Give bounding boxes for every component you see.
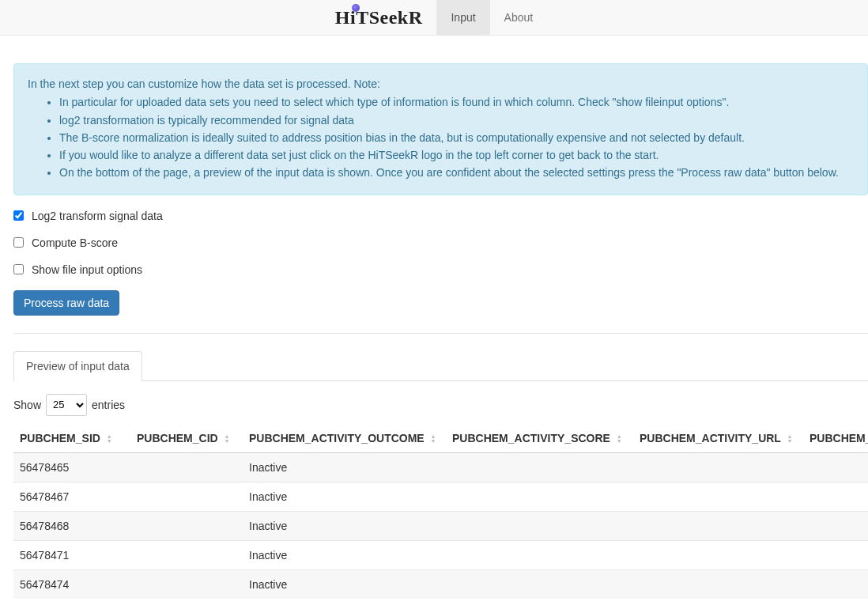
show-label-pre: Show (13, 399, 41, 411)
table-row: 56478474Inactive (13, 569, 868, 599)
col-header-label: PUBCHEM_ACTIVITY_OUTCOME (249, 432, 425, 444)
page-size-select[interactable]: 102550100 (46, 394, 87, 416)
col-header-pubchem-sid[interactable]: PUBCHEM_SID ▲▼ (13, 424, 130, 453)
info-bullet: On the bottom of the page, a preview of … (59, 165, 855, 180)
bscore-label[interactable]: Compute B-score (32, 236, 118, 249)
log2-label[interactable]: Log2 transform signal data (32, 210, 163, 222)
table-cell (803, 540, 868, 569)
navbar-inner: HiTSeekR Input About (321, 0, 547, 35)
col-header-label: PUBCHEM_CID (137, 432, 218, 444)
table-cell: Inactive (243, 482, 446, 511)
top-navbar: HiTSeekR Input About (0, 0, 868, 36)
table-row: 56478471Inactive (13, 540, 868, 569)
logo-dot-icon (352, 4, 360, 12)
preview-tabs: Preview of input data (13, 351, 868, 381)
col-header-label: PUBCHEM_ACTIVITY_URL (640, 432, 781, 444)
col-header-truncated[interactable]: PUBCHEM_A (803, 424, 868, 453)
fileinput-label[interactable]: Show file input options (32, 263, 142, 276)
info-bullet: If you would like to analyze a different… (59, 147, 855, 163)
table-length-control: Show 102550100 entries (13, 394, 868, 416)
table-cell (633, 540, 803, 569)
table-cell (633, 511, 803, 540)
table-row: 56478468Inactive (13, 511, 868, 540)
table-cell: 56478471 (13, 540, 130, 569)
show-label-post: entries (92, 399, 125, 411)
process-raw-data-button[interactable]: Process raw data (13, 290, 119, 316)
info-bullet: The B-score normalization is ideally sui… (59, 130, 855, 146)
fileinput-checkbox[interactable] (13, 264, 24, 274)
table-body: 56478465Inactive56478467Inactive56478468… (13, 452, 868, 599)
sort-icon: ▲▼ (617, 434, 622, 444)
table-cell (130, 540, 243, 569)
table-cell (633, 452, 803, 482)
bscore-checkbox[interactable] (13, 237, 24, 248)
sort-icon: ▲▼ (225, 434, 230, 444)
table-cell (130, 482, 243, 511)
table-row: 56478467Inactive (13, 482, 868, 511)
table-cell (633, 569, 803, 599)
col-header-activity-url[interactable]: PUBCHEM_ACTIVITY_URL ▲▼ (633, 424, 803, 453)
col-header-label: PUBCHEM_ACTIVITY_SCORE (452, 432, 610, 444)
table-cell (803, 452, 868, 482)
nav-tab-about[interactable]: About (490, 0, 548, 35)
col-header-activity-outcome[interactable]: PUBCHEM_ACTIVITY_OUTCOME ▲▼ (243, 424, 446, 453)
table-cell: 56478465 (13, 452, 130, 482)
table-cell (446, 511, 633, 540)
table-row: 56478465Inactive (13, 452, 868, 482)
table-cell (633, 482, 803, 511)
nav-tab-input[interactable]: Input (436, 0, 489, 35)
table-cell (130, 511, 243, 540)
table-cell (446, 452, 633, 482)
log2-checkbox[interactable] (13, 210, 24, 221)
option-fileinput-row: Show file input options (13, 263, 868, 276)
preview-table: PUBCHEM_SID ▲▼ PUBCHEM_CID ▲▼ PUBCHEM_AC… (13, 424, 868, 599)
table-cell: Inactive (243, 569, 446, 599)
table-cell (130, 569, 243, 599)
table-cell: Inactive (243, 540, 446, 569)
table-cell (803, 511, 868, 540)
table-cell: 56478468 (13, 511, 130, 540)
table-cell: Inactive (243, 452, 446, 482)
table-cell: 56478467 (13, 482, 130, 511)
col-header-pubchem-cid[interactable]: PUBCHEM_CID ▲▼ (130, 424, 243, 453)
info-bullet-list: In particular for uploaded data sets you… (59, 94, 855, 180)
col-header-label: PUBCHEM_A (810, 432, 868, 444)
sort-icon: ▲▼ (107, 434, 112, 444)
table-cell (803, 482, 868, 511)
table-header-row: PUBCHEM_SID ▲▼ PUBCHEM_CID ▲▼ PUBCHEM_AC… (13, 424, 868, 453)
col-header-activity-score[interactable]: PUBCHEM_ACTIVITY_SCORE ▲▼ (446, 424, 633, 453)
info-alert: In the next step you can customize how t… (13, 63, 868, 195)
table-cell (446, 540, 633, 569)
info-bullet: In particular for uploaded data sets you… (59, 94, 855, 110)
table-cell (803, 569, 868, 599)
table-cell: Inactive (243, 511, 446, 540)
table-cell (446, 569, 633, 599)
option-bscore-row: Compute B-score (13, 236, 868, 249)
separator (13, 333, 868, 334)
main-container: In the next step you can customize how t… (0, 36, 868, 599)
option-log2-row: Log2 transform signal data (13, 210, 868, 222)
tab-preview[interactable]: Preview of input data (13, 351, 142, 381)
app-logo[interactable]: HiTSeekR (321, 0, 437, 35)
col-header-label: PUBCHEM_SID (20, 432, 100, 444)
table-cell: 56478474 (13, 569, 130, 599)
table-cell (446, 482, 633, 511)
table-cell (130, 452, 243, 482)
sort-icon: ▲▼ (431, 434, 436, 444)
info-bullet: log2 transformation is typically recomme… (59, 112, 855, 128)
info-intro: In the next step you can customize how t… (28, 76, 855, 92)
sort-icon: ▲▼ (787, 434, 793, 444)
